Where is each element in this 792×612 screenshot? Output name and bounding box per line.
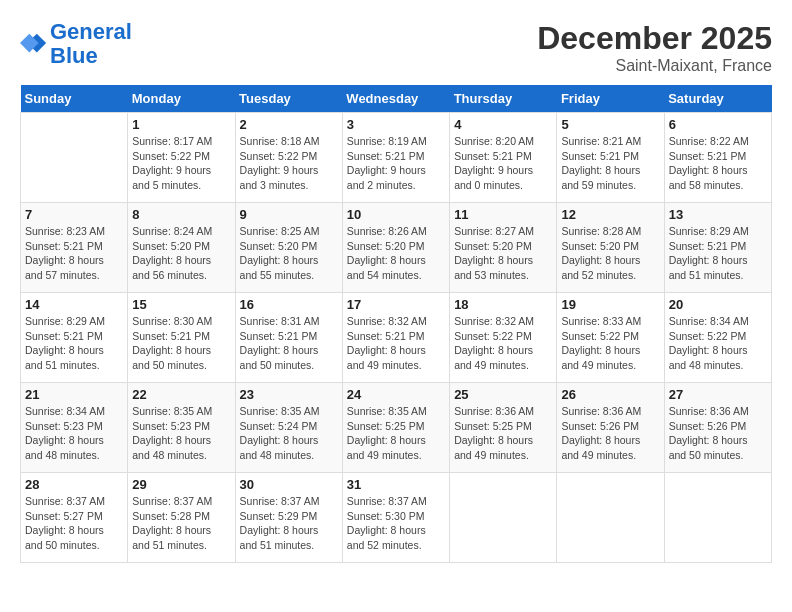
logo-text: General Blue	[50, 20, 132, 68]
day-number: 9	[240, 207, 338, 222]
logo-blue: Blue	[50, 43, 98, 68]
day-info: Sunrise: 8:18 AM Sunset: 5:22 PM Dayligh…	[240, 134, 338, 193]
day-number: 17	[347, 297, 445, 312]
calendar-cell	[21, 113, 128, 203]
day-info: Sunrise: 8:30 AM Sunset: 5:21 PM Dayligh…	[132, 314, 230, 373]
weekday-header-cell: Tuesday	[235, 85, 342, 113]
day-info: Sunrise: 8:35 AM Sunset: 5:25 PM Dayligh…	[347, 404, 445, 463]
day-number: 24	[347, 387, 445, 402]
title-area: December 2025 Saint-Maixant, France	[537, 20, 772, 75]
day-number: 14	[25, 297, 123, 312]
calendar-cell: 25Sunrise: 8:36 AM Sunset: 5:25 PM Dayli…	[450, 383, 557, 473]
calendar-cell: 15Sunrise: 8:30 AM Sunset: 5:21 PM Dayli…	[128, 293, 235, 383]
weekday-header-cell: Wednesday	[342, 85, 449, 113]
calendar-cell	[664, 473, 771, 563]
calendar-cell	[450, 473, 557, 563]
day-number: 30	[240, 477, 338, 492]
logo-general: General	[50, 19, 132, 44]
day-info: Sunrise: 8:22 AM Sunset: 5:21 PM Dayligh…	[669, 134, 767, 193]
day-info: Sunrise: 8:28 AM Sunset: 5:20 PM Dayligh…	[561, 224, 659, 283]
day-number: 21	[25, 387, 123, 402]
calendar-cell: 31Sunrise: 8:37 AM Sunset: 5:30 PM Dayli…	[342, 473, 449, 563]
calendar-cell: 19Sunrise: 8:33 AM Sunset: 5:22 PM Dayli…	[557, 293, 664, 383]
calendar-week-row: 21Sunrise: 8:34 AM Sunset: 5:23 PM Dayli…	[21, 383, 772, 473]
day-number: 18	[454, 297, 552, 312]
day-number: 26	[561, 387, 659, 402]
day-number: 29	[132, 477, 230, 492]
day-info: Sunrise: 8:32 AM Sunset: 5:21 PM Dayligh…	[347, 314, 445, 373]
calendar-cell: 24Sunrise: 8:35 AM Sunset: 5:25 PM Dayli…	[342, 383, 449, 473]
day-info: Sunrise: 8:37 AM Sunset: 5:27 PM Dayligh…	[25, 494, 123, 553]
day-info: Sunrise: 8:25 AM Sunset: 5:20 PM Dayligh…	[240, 224, 338, 283]
calendar-cell: 22Sunrise: 8:35 AM Sunset: 5:23 PM Dayli…	[128, 383, 235, 473]
calendar-cell: 28Sunrise: 8:37 AM Sunset: 5:27 PM Dayli…	[21, 473, 128, 563]
day-number: 19	[561, 297, 659, 312]
calendar-cell: 13Sunrise: 8:29 AM Sunset: 5:21 PM Dayli…	[664, 203, 771, 293]
weekday-header-cell: Saturday	[664, 85, 771, 113]
calendar-cell: 14Sunrise: 8:29 AM Sunset: 5:21 PM Dayli…	[21, 293, 128, 383]
weekday-header-cell: Monday	[128, 85, 235, 113]
day-info: Sunrise: 8:36 AM Sunset: 5:26 PM Dayligh…	[561, 404, 659, 463]
day-number: 1	[132, 117, 230, 132]
calendar-cell: 30Sunrise: 8:37 AM Sunset: 5:29 PM Dayli…	[235, 473, 342, 563]
day-number: 20	[669, 297, 767, 312]
calendar-cell: 12Sunrise: 8:28 AM Sunset: 5:20 PM Dayli…	[557, 203, 664, 293]
weekday-header-cell: Sunday	[21, 85, 128, 113]
day-number: 13	[669, 207, 767, 222]
page-header: General Blue December 2025 Saint-Maixant…	[20, 20, 772, 75]
day-info: Sunrise: 8:23 AM Sunset: 5:21 PM Dayligh…	[25, 224, 123, 283]
day-number: 22	[132, 387, 230, 402]
day-info: Sunrise: 8:36 AM Sunset: 5:25 PM Dayligh…	[454, 404, 552, 463]
calendar-week-row: 7Sunrise: 8:23 AM Sunset: 5:21 PM Daylig…	[21, 203, 772, 293]
day-number: 16	[240, 297, 338, 312]
day-info: Sunrise: 8:27 AM Sunset: 5:20 PM Dayligh…	[454, 224, 552, 283]
weekday-header-row: SundayMondayTuesdayWednesdayThursdayFrid…	[21, 85, 772, 113]
calendar-cell: 20Sunrise: 8:34 AM Sunset: 5:22 PM Dayli…	[664, 293, 771, 383]
calendar-cell: 1Sunrise: 8:17 AM Sunset: 5:22 PM Daylig…	[128, 113, 235, 203]
day-info: Sunrise: 8:37 AM Sunset: 5:29 PM Dayligh…	[240, 494, 338, 553]
day-info: Sunrise: 8:33 AM Sunset: 5:22 PM Dayligh…	[561, 314, 659, 373]
day-info: Sunrise: 8:19 AM Sunset: 5:21 PM Dayligh…	[347, 134, 445, 193]
day-info: Sunrise: 8:29 AM Sunset: 5:21 PM Dayligh…	[25, 314, 123, 373]
day-number: 28	[25, 477, 123, 492]
calendar-cell: 8Sunrise: 8:24 AM Sunset: 5:20 PM Daylig…	[128, 203, 235, 293]
calendar-table: SundayMondayTuesdayWednesdayThursdayFrid…	[20, 85, 772, 563]
day-info: Sunrise: 8:34 AM Sunset: 5:23 PM Dayligh…	[25, 404, 123, 463]
day-info: Sunrise: 8:35 AM Sunset: 5:23 PM Dayligh…	[132, 404, 230, 463]
month-title: December 2025	[537, 20, 772, 57]
calendar-cell: 21Sunrise: 8:34 AM Sunset: 5:23 PM Dayli…	[21, 383, 128, 473]
calendar-cell: 23Sunrise: 8:35 AM Sunset: 5:24 PM Dayli…	[235, 383, 342, 473]
logo-icon	[20, 30, 48, 58]
calendar-cell: 2Sunrise: 8:18 AM Sunset: 5:22 PM Daylig…	[235, 113, 342, 203]
day-info: Sunrise: 8:34 AM Sunset: 5:22 PM Dayligh…	[669, 314, 767, 373]
day-number: 8	[132, 207, 230, 222]
calendar-cell: 9Sunrise: 8:25 AM Sunset: 5:20 PM Daylig…	[235, 203, 342, 293]
day-info: Sunrise: 8:17 AM Sunset: 5:22 PM Dayligh…	[132, 134, 230, 193]
logo: General Blue	[20, 20, 132, 68]
calendar-cell: 4Sunrise: 8:20 AM Sunset: 5:21 PM Daylig…	[450, 113, 557, 203]
day-number: 15	[132, 297, 230, 312]
day-number: 11	[454, 207, 552, 222]
day-number: 3	[347, 117, 445, 132]
calendar-cell: 17Sunrise: 8:32 AM Sunset: 5:21 PM Dayli…	[342, 293, 449, 383]
weekday-header-cell: Thursday	[450, 85, 557, 113]
day-number: 4	[454, 117, 552, 132]
calendar-cell: 26Sunrise: 8:36 AM Sunset: 5:26 PM Dayli…	[557, 383, 664, 473]
calendar-cell: 5Sunrise: 8:21 AM Sunset: 5:21 PM Daylig…	[557, 113, 664, 203]
location: Saint-Maixant, France	[537, 57, 772, 75]
calendar-week-row: 14Sunrise: 8:29 AM Sunset: 5:21 PM Dayli…	[21, 293, 772, 383]
day-info: Sunrise: 8:35 AM Sunset: 5:24 PM Dayligh…	[240, 404, 338, 463]
day-number: 6	[669, 117, 767, 132]
day-number: 2	[240, 117, 338, 132]
day-number: 31	[347, 477, 445, 492]
calendar-body: 1Sunrise: 8:17 AM Sunset: 5:22 PM Daylig…	[21, 113, 772, 563]
day-number: 10	[347, 207, 445, 222]
day-number: 27	[669, 387, 767, 402]
calendar-cell: 16Sunrise: 8:31 AM Sunset: 5:21 PM Dayli…	[235, 293, 342, 383]
calendar-week-row: 28Sunrise: 8:37 AM Sunset: 5:27 PM Dayli…	[21, 473, 772, 563]
calendar-cell	[557, 473, 664, 563]
calendar-cell: 6Sunrise: 8:22 AM Sunset: 5:21 PM Daylig…	[664, 113, 771, 203]
calendar-cell: 7Sunrise: 8:23 AM Sunset: 5:21 PM Daylig…	[21, 203, 128, 293]
day-info: Sunrise: 8:37 AM Sunset: 5:28 PM Dayligh…	[132, 494, 230, 553]
day-number: 23	[240, 387, 338, 402]
